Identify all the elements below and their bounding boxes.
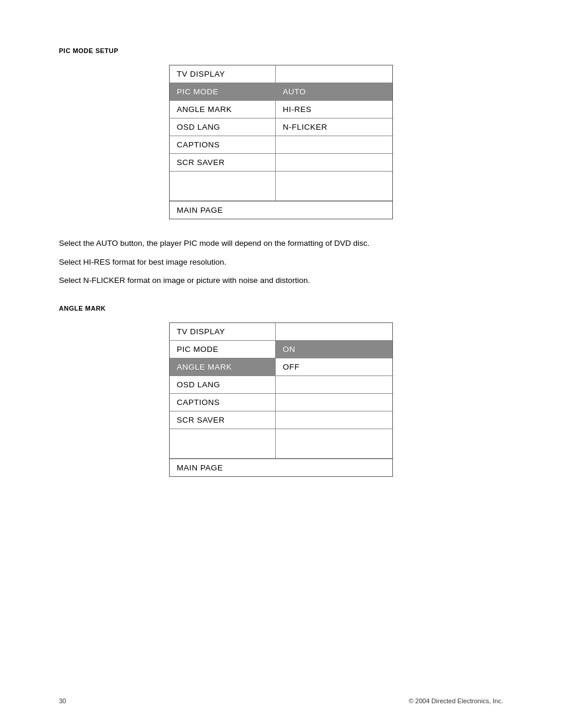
menu-box-pic-mode: TV DISPLAY PIC MODE AUTO ANGLE MARK HI-R… [169, 65, 393, 219]
description-block-pic-mode: Select the AUTO button, the player PIC m… [59, 237, 448, 287]
desc-hi-res: Select HI-RES format for best image reso… [59, 256, 448, 269]
menu-cell-pic-mode: PIC MODE [170, 83, 276, 101]
menu-cell-main-page-right-1 [276, 202, 392, 219]
main-page-section-1: MAIN PAGE [170, 201, 392, 219]
menu-row-scr-saver-2: SCR SAVER [170, 411, 392, 429]
section-pic-mode: PIC MODE SETUP TV DISPLAY PIC MODE AUTO … [59, 47, 503, 287]
spacer-right-1 [276, 172, 392, 200]
menu-row-osd-lang-2: OSD LANG [170, 376, 392, 394]
menu-cell-osd-lang-right-2 [276, 376, 392, 394]
section-heading-angle-mark: ANGLE MARK [59, 305, 503, 312]
menu-cell-captions-right-2 [276, 394, 392, 411]
menu-box-angle-mark: TV DISPLAY PIC MODE ON ANGLE MARK OFF OS… [169, 322, 393, 477]
menu-cell-scr-saver-right-1 [276, 154, 392, 172]
menu-cell-tv-display-right [276, 65, 392, 83]
menu-row-osd-lang-1: OSD LANG N-FLICKER [170, 118, 392, 136]
page-footer: 30 © 2004 Directed Electronics, Inc. [59, 697, 503, 704]
diagram-pic-mode: TV DISPLAY PIC MODE AUTO ANGLE MARK HI-R… [59, 65, 503, 219]
menu-row-angle-mark-2: ANGLE MARK OFF [170, 358, 392, 376]
menu-cell-scr-saver-1: SCR SAVER [170, 154, 276, 172]
menu-cell-captions-right-1 [276, 136, 392, 154]
desc-auto: Select the AUTO button, the player PIC m… [59, 237, 448, 250]
menu-option-n-flicker: N-FLICKER [276, 118, 392, 136]
menu-row-pic-mode: PIC MODE AUTO [170, 83, 392, 101]
menu-cell-tv-display-right-2 [276, 323, 392, 341]
menu-cell-main-page-2: MAIN PAGE [170, 459, 276, 476]
spacer-row-1 [170, 172, 392, 201]
menu-cell-osd-lang-1: OSD LANG [170, 118, 276, 136]
menu-cell-tv-display-2: TV DISPLAY [170, 323, 276, 341]
menu-cell-osd-lang-2: OSD LANG [170, 376, 276, 394]
menu-cell-main-page-1: MAIN PAGE [170, 202, 276, 219]
menu-cell-captions-1: CAPTIONS [170, 136, 276, 154]
menu-cell-angle-mark-2: ANGLE MARK [170, 358, 276, 376]
menu-row-tv-display: TV DISPLAY [170, 65, 392, 83]
menu-option-auto: AUTO [276, 83, 392, 101]
menu-row-captions-1: CAPTIONS [170, 136, 392, 154]
menu-row-captions-2: CAPTIONS [170, 394, 392, 411]
diagram-angle-mark: TV DISPLAY PIC MODE ON ANGLE MARK OFF OS… [59, 322, 503, 477]
menu-cell-scr-saver-right-2 [276, 411, 392, 429]
page-content: PIC MODE SETUP TV DISPLAY PIC MODE AUTO … [0, 0, 562, 530]
menu-row-tv-display-2: TV DISPLAY [170, 323, 392, 341]
section-angle-mark: ANGLE MARK TV DISPLAY PIC MODE ON ANGLE … [59, 305, 503, 477]
section-heading-pic-mode: PIC MODE SETUP [59, 47, 503, 54]
menu-cell-tv-display: TV DISPLAY [170, 65, 276, 83]
spacer-right-2 [276, 429, 392, 458]
menu-row-angle-mark-1: ANGLE MARK HI-RES [170, 101, 392, 118]
menu-row-scr-saver-1: SCR SAVER [170, 154, 392, 172]
menu-cell-pic-mode-2: PIC MODE [170, 341, 276, 358]
menu-option-on: ON [276, 341, 392, 358]
main-page-section-2: MAIN PAGE [170, 459, 392, 476]
copyright-text: © 2004 Directed Electronics, Inc. [409, 697, 503, 704]
menu-option-hi-res: HI-RES [276, 101, 392, 118]
menu-cell-angle-mark-1: ANGLE MARK [170, 101, 276, 118]
menu-option-off: OFF [276, 358, 392, 376]
menu-cell-main-page-right-2 [276, 459, 392, 476]
spacer-left-1 [170, 172, 276, 200]
page-number: 30 [59, 697, 66, 704]
spacer-left-2 [170, 429, 276, 458]
desc-n-flicker: Select N-FLICKER format on image or pict… [59, 274, 448, 287]
spacer-row-2 [170, 429, 392, 459]
menu-row-pic-mode-2: PIC MODE ON [170, 341, 392, 358]
menu-cell-captions-2: CAPTIONS [170, 394, 276, 411]
menu-cell-scr-saver-2: SCR SAVER [170, 411, 276, 429]
